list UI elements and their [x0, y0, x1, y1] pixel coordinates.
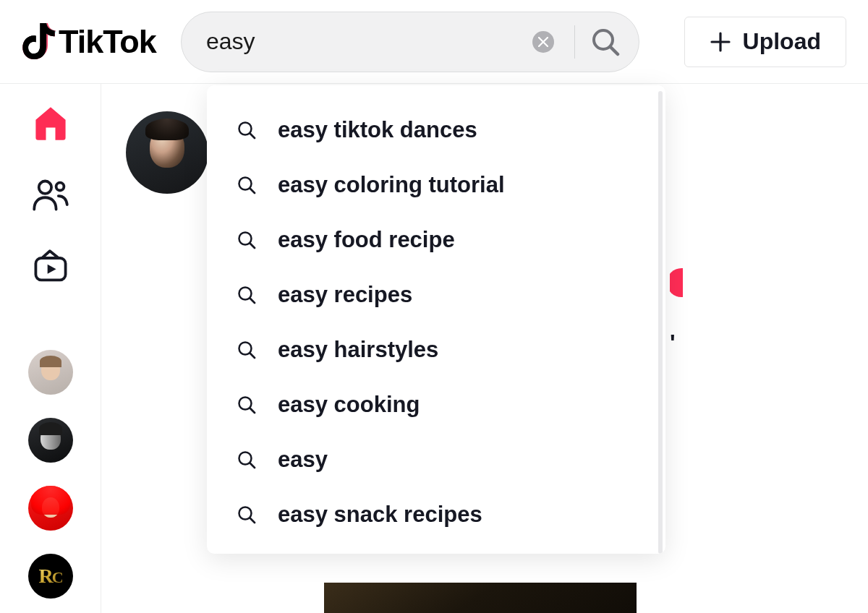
close-icon [538, 37, 548, 47]
feed-video-preview[interactable] [324, 583, 637, 613]
search-icon [237, 505, 256, 524]
svg-line-8 [250, 189, 255, 194]
clear-search-button[interactable] [532, 31, 554, 53]
svg-line-6 [250, 134, 255, 139]
feed-action-peek-icon [670, 261, 683, 303]
nav-live[interactable] [32, 249, 69, 286]
search-divider [574, 25, 575, 59]
search-suggestion-text: easy [278, 447, 328, 473]
search-icon [237, 121, 256, 140]
sidebar-account-avatar[interactable] [28, 350, 73, 395]
sidebar-account-avatar[interactable] [28, 486, 73, 531]
search-bar[interactable] [181, 12, 639, 72]
search-input[interactable] [206, 28, 532, 55]
svg-line-12 [250, 299, 255, 304]
sidebar-account-avatar[interactable] [28, 418, 73, 463]
home-icon [32, 104, 69, 142]
svg-point-3 [56, 183, 64, 191]
live-icon [32, 249, 69, 286]
search-icon [591, 27, 620, 56]
upload-button[interactable]: Upload [684, 17, 846, 67]
search-suggestions-dropdown: easy tiktok dances easy coloring tutoria… [207, 85, 665, 554]
upload-label: Upload [743, 28, 821, 55]
plus-icon [710, 31, 731, 53]
svg-line-14 [250, 353, 255, 359]
search-suggestion-text: easy food recipe [278, 227, 455, 253]
search-suggestion-text: easy tiktok dances [278, 117, 477, 143]
header: TikTok Upload [0, 0, 868, 84]
search-suggestion-item[interactable]: easy tiktok dances [207, 103, 665, 158]
search-icon [237, 286, 256, 304]
search-icon [237, 231, 256, 249]
search-suggestion-text: easy snack recipes [278, 502, 482, 528]
svg-point-2 [38, 181, 51, 194]
search-suggestion-text: easy coloring tutorial [278, 172, 505, 198]
search-suggestion-text: easy cooking [278, 392, 420, 418]
tiktok-logo[interactable]: TikTok [22, 23, 156, 61]
search-suggestion-item[interactable]: easy recipes [207, 267, 665, 322]
search-suggestion-text: easy recipes [278, 282, 412, 308]
search-container [181, 12, 639, 72]
search-suggestion-item[interactable]: easy snack recipes [207, 487, 665, 542]
svg-line-10 [250, 244, 255, 249]
nav-following[interactable] [32, 176, 69, 214]
search-icon [237, 395, 256, 414]
people-icon [32, 176, 69, 214]
search-suggestion-text: easy hairstyles [278, 337, 438, 363]
feed-count-peek: ' [670, 330, 683, 351]
feed-post-avatar[interactable] [126, 111, 208, 194]
tiktok-note-icon [22, 23, 56, 61]
nav-for-you[interactable] [32, 104, 69, 142]
search-suggestion-item[interactable]: easy coloring tutorial [207, 158, 665, 213]
sidebar: RC [0, 84, 101, 613]
search-suggestion-item[interactable]: easy cooking [207, 377, 665, 432]
search-icon [237, 340, 256, 359]
search-suggestion-item[interactable]: easy food recipe [207, 213, 665, 267]
search-icon [237, 176, 256, 194]
svg-line-20 [250, 518, 255, 523]
sidebar-suggested-accounts: RC [28, 350, 73, 599]
search-icon [237, 450, 256, 469]
svg-line-16 [250, 408, 255, 413]
svg-line-1 [610, 47, 618, 54]
search-submit-button[interactable] [591, 27, 620, 56]
svg-line-18 [250, 463, 255, 468]
search-suggestion-item[interactable]: easy hairstyles [207, 322, 665, 377]
scrollbar[interactable] [658, 91, 663, 554]
search-suggestion-item[interactable]: easy [207, 432, 665, 487]
sidebar-account-avatar[interactable]: RC [28, 554, 73, 599]
brand-name: TikTok [59, 23, 156, 61]
